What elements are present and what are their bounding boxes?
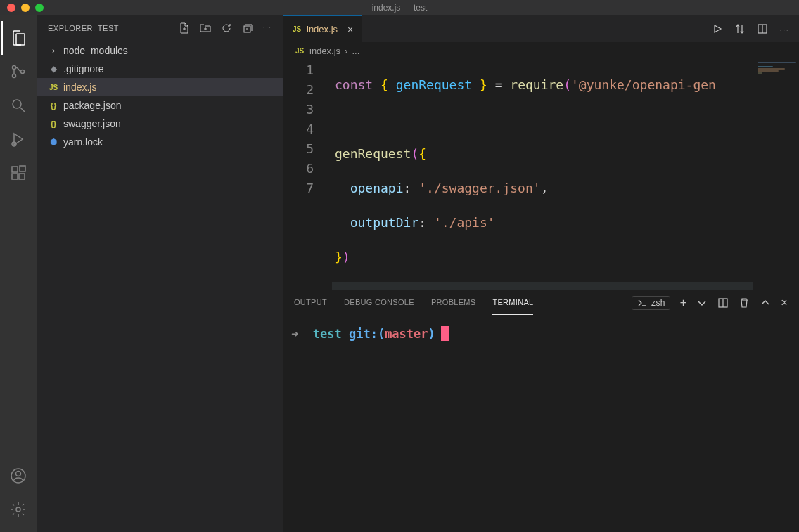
file-swagger-json[interactable]: {} swagger.json — [37, 115, 283, 133]
json-file-icon: {} — [48, 101, 59, 110]
tab-terminal[interactable]: TERMINAL — [492, 290, 533, 315]
file-label: .gitignore — [63, 63, 104, 74]
file-label: yarn.lock — [63, 136, 103, 148]
close-tab-icon[interactable]: × — [347, 24, 353, 35]
svg-rect-5 — [12, 167, 18, 172]
prompt-dir: test — [313, 327, 342, 341]
settings-gear-icon[interactable] — [1, 493, 35, 526]
new-terminal-icon[interactable]: + — [680, 297, 687, 309]
new-folder-icon[interactable] — [200, 22, 211, 34]
explorer-title: EXPLORER: TEST — [48, 24, 179, 32]
prompt-branch: master — [385, 327, 428, 341]
tab-debug-console[interactable]: DEBUG CONSOLE — [344, 290, 414, 315]
accounts-icon[interactable] — [1, 459, 35, 493]
run-debug-icon[interactable] — [1, 122, 35, 156]
file-label: package.json — [63, 100, 122, 111]
terminal-cursor — [441, 326, 449, 341]
file-gitignore[interactable]: ◆ .gitignore — [37, 60, 283, 78]
code-content[interactable]: const { genRequest } = require('@yunke/o… — [332, 60, 799, 290]
js-file-icon: JS — [294, 47, 305, 55]
search-icon[interactable] — [1, 89, 35, 122]
folder-node-modules[interactable]: › node_modules — [37, 41, 283, 60]
svg-point-10 — [16, 472, 21, 476]
panel-tabs: OUTPUT DEBUG CONSOLE PROBLEMS TERMINAL z… — [283, 290, 799, 315]
line-gutter: 1 2 3 4 5 6 7 — [283, 60, 332, 290]
breadcrumb-separator: › — [345, 46, 347, 56]
code-editor[interactable]: 1 2 3 4 5 6 7 const { genRequest } = req… — [283, 60, 799, 290]
tab-output[interactable]: OUTPUT — [294, 290, 327, 315]
minimize-window-button[interactable] — [21, 4, 30, 12]
explorer-header: EXPLORER: TEST ··· — [37, 15, 283, 40]
split-terminal-icon[interactable] — [717, 297, 729, 309]
json-file-icon: {} — [48, 119, 59, 128]
more-actions-icon[interactable]: ··· — [779, 24, 789, 34]
explorer-icon[interactable] — [1, 21, 35, 55]
refresh-icon[interactable] — [221, 22, 232, 34]
svg-point-11 — [16, 507, 20, 512]
file-yarn-lock[interactable]: ⬢ yarn.lock — [37, 133, 283, 151]
explorer-sidebar: EXPLORER: TEST ··· › node_modules ◆ .git… — [37, 15, 283, 532]
maximize-window-button[interactable] — [35, 4, 44, 12]
file-tree: › node_modules ◆ .gitignore JS index.js … — [37, 40, 283, 532]
chevron-right-icon: › — [48, 46, 59, 56]
source-control-icon[interactable] — [1, 55, 35, 89]
svg-point-1 — [13, 74, 16, 78]
activity-bar — [0, 15, 37, 532]
dropdown-icon[interactable] — [696, 297, 708, 309]
collapse-all-icon[interactable] — [242, 22, 253, 34]
tab-bar: JS index.js × ··· — [283, 15, 799, 42]
prompt-git-close: ) — [428, 327, 435, 341]
window-title: index.js — test — [372, 3, 428, 13]
titlebar: index.js — test — [0, 0, 799, 15]
compare-changes-icon[interactable] — [734, 23, 746, 34]
new-file-icon[interactable] — [179, 22, 190, 34]
terminal[interactable]: ➜ test git:(master) — [283, 315, 799, 532]
svg-rect-6 — [12, 174, 18, 179]
js-file-icon: JS — [48, 84, 59, 91]
breadcrumb-file: index.js — [309, 46, 340, 56]
more-actions-icon[interactable]: ··· — [263, 22, 271, 34]
split-editor-icon[interactable] — [757, 23, 768, 34]
close-window-button[interactable] — [7, 4, 15, 12]
file-label: swagger.json — [63, 118, 121, 129]
extensions-icon[interactable] — [1, 156, 35, 190]
run-file-icon[interactable] — [712, 23, 723, 34]
file-package-json[interactable]: {} package.json — [37, 96, 283, 115]
tab-problems[interactable]: PROBLEMS — [431, 290, 476, 315]
svg-point-0 — [13, 66, 16, 70]
close-panel-icon[interactable]: × — [781, 297, 788, 309]
svg-point-2 — [21, 70, 25, 74]
shell-name: zsh — [651, 298, 665, 308]
prompt-git: git:( — [349, 327, 385, 341]
file-label: index.js — [63, 82, 96, 93]
breadcrumb[interactable]: JS index.js › ... — [283, 42, 799, 60]
svg-point-3 — [13, 100, 21, 108]
file-index-js[interactable]: JS index.js — [37, 78, 283, 96]
window-controls — [0, 4, 44, 12]
svg-rect-7 — [19, 174, 25, 179]
svg-rect-8 — [20, 166, 25, 171]
file-label: node_modules — [63, 45, 128, 56]
bottom-panel: OUTPUT DEBUG CONSOLE PROBLEMS TERMINAL z… — [283, 290, 799, 532]
git-file-icon: ◆ — [48, 64, 59, 74]
js-file-icon: JS — [291, 25, 302, 33]
breadcrumb-symbol: ... — [352, 46, 359, 56]
lock-file-icon: ⬢ — [48, 137, 59, 147]
kill-terminal-icon[interactable] — [739, 297, 750, 309]
tab-index-js[interactable]: JS index.js × — [283, 15, 362, 42]
tab-label: index.js — [307, 24, 338, 34]
minimap[interactable] — [758, 62, 796, 90]
terminal-selector[interactable]: zsh — [632, 296, 670, 310]
editor-area: JS index.js × ··· JS index.js › ... 1 2 … — [283, 15, 799, 532]
prompt-arrow: ➜ — [291, 327, 298, 341]
maximize-panel-icon[interactable] — [760, 297, 771, 309]
